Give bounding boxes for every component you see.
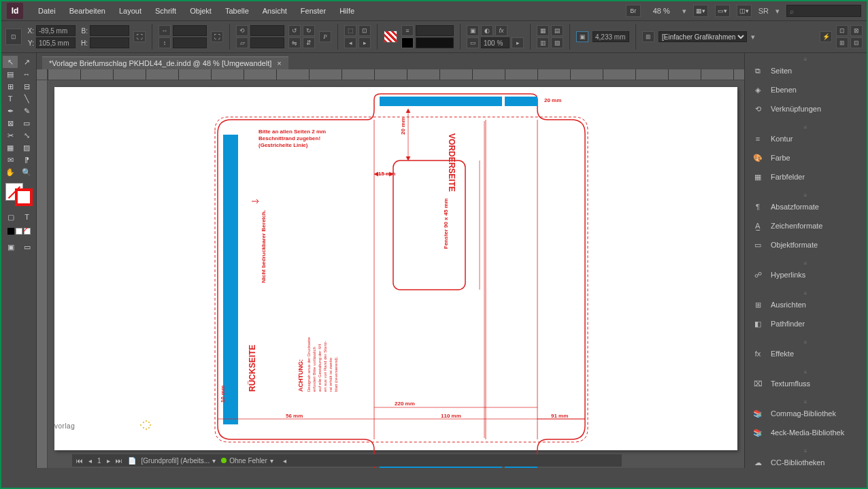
flip-v-icon[interactable]: ⇵ (303, 37, 315, 48)
ruler-origin[interactable] (37, 69, 48, 80)
page-number-display[interactable]: 1 (97, 457, 101, 465)
tool-rectangle-frame[interactable]: ⊠ (3, 117, 18, 129)
menu-bearbeiten[interactable]: Bearbeiten (63, 4, 112, 18)
menu-datei[interactable]: Datei (31, 4, 63, 18)
tool-rectangle[interactable]: ▭ (19, 117, 34, 129)
panel-swatches[interactable]: ▦Farbfelder (745, 167, 867, 186)
constrain-proportions-icon[interactable]: ⛶ (133, 31, 146, 42)
scale-x-input[interactable] (173, 25, 207, 36)
panel-stroke[interactable]: ≡Kontur (745, 129, 867, 148)
scroll-left-icon[interactable]: ◂ (283, 457, 286, 465)
default-swatches[interactable] (3, 228, 35, 235)
panel-pages[interactable]: ⧉Seiten (745, 61, 867, 80)
wrap-none-icon[interactable]: ▦ (537, 25, 549, 36)
menu-layout[interactable]: Layout (112, 4, 148, 18)
status-nav-prev-icon[interactable]: ◂ (88, 457, 92, 465)
tool-direct-select[interactable]: ↗ (19, 56, 34, 68)
document-window[interactable]: *Vorlage Briefumschlag PKHDL44_de.indd @… (37, 53, 744, 468)
y-position-input[interactable] (36, 37, 76, 48)
tool-gradient-feather[interactable]: ▨ (19, 141, 34, 154)
select-next-icon[interactable]: ▸ (358, 37, 371, 48)
tool-eyedropper[interactable]: ⁋ (19, 154, 34, 166)
stroke-weight-input[interactable] (416, 25, 454, 36)
flip-h-icon[interactable]: ⇋ (288, 37, 301, 48)
menu-hilfe[interactable]: Hilfe (333, 4, 361, 18)
profile-display[interactable]: [Grundprofil] (Arbeits... (141, 457, 210, 465)
object-style-select[interactable]: [Einfacher Grafikrahmen]+ (658, 31, 747, 42)
paragraph-mode-icon[interactable]: P (319, 31, 331, 42)
panel-textwrap[interactable]: ⌧Textumfluss (745, 374, 867, 393)
tool-line[interactable]: ╲ (19, 92, 34, 105)
panel-pathfinder[interactable]: ◧Pathfinder (745, 314, 867, 333)
x-position-input[interactable] (36, 25, 76, 36)
wrap-shape-icon[interactable]: ▥ (537, 37, 549, 48)
height-input[interactable] (90, 37, 129, 48)
ruler-vertical[interactable] (37, 80, 48, 468)
ruler-horizontal[interactable] (48, 69, 744, 80)
fit-frame-icon[interactable]: ⊡ (836, 25, 848, 36)
reference-point-proxy[interactable]: ⊡ (5, 29, 22, 45)
fx-icon[interactable]: fx (495, 25, 507, 36)
pasteboard[interactable]: Bitte an allen Seiten 2 mm Beschnittrand… (54, 87, 737, 450)
preflight-display[interactable]: Ohne Fehler (229, 457, 267, 465)
workspace-dropdown-icon[interactable]: ▾ (775, 7, 780, 16)
panel-layers[interactable]: ◈Ebenen (745, 80, 867, 99)
tool-gap[interactable]: ↔ (19, 68, 34, 80)
format-text-icon[interactable]: T (20, 211, 35, 223)
fill-frame-icon[interactable]: ⊟ (850, 37, 863, 48)
tool-zoom[interactable]: 🔍 (19, 166, 34, 178)
panel-hyperlinks[interactable]: ☍Hyperlinks (745, 265, 867, 284)
fill-swatch[interactable] (384, 31, 397, 43)
panel-lib-commag[interactable]: 📚Commag-Bibliothek (745, 404, 867, 423)
help-search-input[interactable]: ⌕ (786, 5, 861, 17)
select-content-icon[interactable]: ⊡ (358, 25, 371, 36)
rotate-cw-icon[interactable]: ↻ (303, 25, 315, 36)
tool-gradient-swatch[interactable]: ▦ (3, 141, 18, 154)
width-input[interactable] (90, 25, 129, 36)
stroke-style-input[interactable] (416, 37, 454, 48)
format-container-icon[interactable]: ▢ (3, 211, 18, 223)
status-nav-first-icon[interactable]: ⏮ (76, 457, 83, 465)
screen-mode-button[interactable]: ▭▾ (715, 5, 730, 17)
fill-stroke-proxy[interactable] (5, 183, 33, 206)
corner-size-input[interactable] (592, 31, 629, 42)
rotate-ccw-icon[interactable]: ↺ (288, 25, 301, 36)
tool-content-collector[interactable]: ⊞ (3, 80, 18, 92)
panel-char-styles[interactable]: A̲Zeichenformate (745, 216, 867, 235)
tool-note[interactable]: ✉ (3, 154, 18, 166)
panel-align[interactable]: ⊞Ausrichten (745, 295, 867, 314)
quick-apply-icon[interactable]: ⚡ (820, 31, 832, 42)
shear-input[interactable] (250, 37, 284, 48)
rotation-input[interactable] (250, 25, 284, 36)
panel-para-styles[interactable]: ¶Absatzformate (745, 197, 867, 216)
opacity-slider-icon[interactable]: ▸ (512, 37, 524, 48)
panel-effects[interactable]: fxEffekte (745, 344, 867, 363)
workspace-label[interactable]: SR (758, 7, 769, 15)
tool-pen[interactable]: ✒ (3, 105, 18, 117)
stroke-swatch[interactable] (401, 37, 414, 48)
status-nav-last-icon[interactable]: ⏭ (116, 457, 122, 465)
opacity-input[interactable] (481, 37, 510, 48)
select-prev-icon[interactable]: ◂ (344, 37, 356, 48)
tool-hand[interactable]: ✋ (3, 166, 18, 178)
document-tab-close-icon[interactable]: × (277, 59, 281, 67)
tool-pencil[interactable]: ✎ (19, 105, 34, 117)
drop-shadow-icon[interactable]: ▣ (467, 25, 479, 36)
menu-ansicht[interactable]: Ansicht (256, 4, 294, 18)
tool-free-transform[interactable]: ⤡ (19, 129, 34, 141)
view-options-button[interactable]: ▦▾ (693, 5, 708, 17)
normal-view-icon[interactable]: ▣ (3, 241, 18, 253)
fitting-frame-icon[interactable]: ▣ (576, 31, 588, 42)
scale-y-input[interactable] (173, 37, 207, 48)
open-file-icon[interactable]: 📄 (128, 457, 136, 465)
panel-obj-styles[interactable]: ▭Objektformate (745, 235, 867, 254)
menu-fenster[interactable]: Fenster (294, 4, 333, 18)
wrap-jump-icon[interactable]: ▧ (551, 37, 563, 48)
center-content-icon[interactable]: ⊞ (836, 37, 848, 48)
status-nav-next-icon[interactable]: ▸ (107, 457, 110, 465)
panel-cc-libs[interactable]: ☁CC-Bibliotheken (745, 453, 867, 472)
tool-selection[interactable]: ↖ (3, 56, 18, 68)
document-tab[interactable]: *Vorlage Briefumschlag PKHDL44_de.indd @… (42, 56, 288, 69)
bridge-button[interactable]: Br (626, 5, 641, 17)
panel-color[interactable]: 🎨Farbe (745, 148, 867, 167)
